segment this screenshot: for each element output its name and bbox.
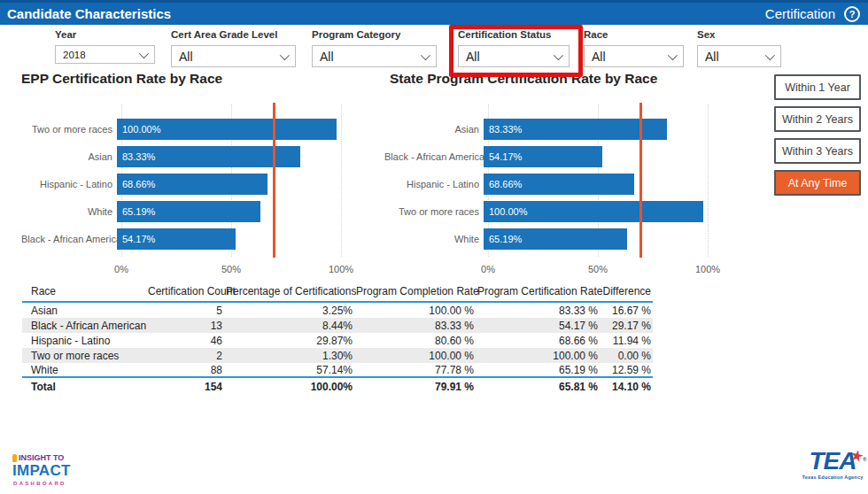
- axis-tick-label: 0%: [481, 264, 495, 274]
- bar-track: 54.17%: [117, 228, 337, 250]
- bar[interactable]: 100.00%: [484, 201, 703, 222]
- filter-certification-status-label: Certification Status: [458, 29, 570, 40]
- program-category-dropdown[interactable]: All: [312, 45, 437, 67]
- chevron-down-icon: [668, 50, 678, 59]
- bar-data-label: 54.17%: [484, 151, 522, 162]
- within-3-years-button[interactable]: Within 3 Years: [774, 138, 861, 164]
- section-label: Certification: [765, 6, 835, 21]
- bar[interactable]: 68.66%: [117, 174, 267, 195]
- certification-status-value: All: [466, 50, 480, 64]
- sex-dropdown[interactable]: All: [697, 45, 781, 67]
- bar-track: 65.19%: [117, 201, 337, 222]
- year-dropdown[interactable]: 2018: [55, 45, 155, 64]
- chart-row: Asian83.33%: [384, 115, 721, 143]
- total-value-cell: 14.10 %: [600, 381, 653, 393]
- chevron-down-icon: [421, 50, 430, 59]
- cert-area-grade-level-dropdown[interactable]: All: [171, 45, 296, 67]
- category-label: Asian: [21, 151, 117, 162]
- column-header[interactable]: Race: [22, 285, 146, 297]
- value-cell: 77.78 %: [354, 364, 476, 376]
- category-label: Asian: [384, 124, 484, 135]
- tea-logo: TEA ★ ® Texas Education Agency: [798, 449, 867, 480]
- table-row[interactable]: Two or more races21.30%100.00 %100.00 %0…: [22, 348, 653, 363]
- value-cell: 83.33 %: [354, 320, 476, 332]
- x-axis: 0%50%100%: [488, 264, 708, 276]
- race-dropdown[interactable]: All: [584, 45, 684, 67]
- table-row[interactable]: Asian53.25%100.00 %83.33 %16.67 %: [22, 303, 653, 318]
- bar[interactable]: 65.19%: [117, 201, 260, 222]
- chart-row: Hispanic - Latino68.66%: [384, 170, 721, 197]
- category-label: White: [21, 206, 117, 217]
- bar-track: 100.00%: [484, 201, 703, 222]
- bar-track: 83.33%: [484, 119, 703, 140]
- value-cell: 57.14%: [224, 364, 354, 376]
- title-bar: Candidate Characteristics Certification …: [0, 0, 868, 25]
- bar-track: 100.00%: [117, 119, 337, 140]
- race-value: All: [592, 50, 606, 64]
- filter-cert-area-grade-level: Cert Area Grade Level All: [171, 29, 296, 67]
- table-total-row: Total154100.00%79.91 %65.81 %14.10 %: [22, 378, 653, 396]
- value-cell: 5: [146, 305, 224, 317]
- table-row[interactable]: Black - African American138.44%83.33 %54…: [22, 318, 653, 333]
- within-2-years-button[interactable]: Within 2 Years: [774, 106, 861, 132]
- column-header[interactable]: Difference: [600, 285, 653, 297]
- table-row[interactable]: White8857.14%77.78 %65.19 %12.59 %: [22, 363, 653, 378]
- value-cell: 83.33 %: [476, 305, 600, 317]
- chart-row: Black - African American54.17%: [384, 143, 721, 170]
- total-value-cell: 65.81 %: [476, 381, 600, 393]
- state-chart-title: State Program Certification Rate by Race: [390, 71, 657, 87]
- value-cell: 16.67 %: [600, 305, 653, 317]
- column-header[interactable]: Program Completion Rate: [354, 285, 476, 297]
- column-header[interactable]: Program Certification Rate: [476, 285, 600, 297]
- certification-status-dropdown[interactable]: All: [458, 45, 570, 67]
- within-1-year-button[interactable]: Within 1 Year: [774, 74, 861, 100]
- value-cell: 54.17 %: [476, 320, 600, 332]
- column-header[interactable]: Percentage of Certifications: [224, 285, 354, 297]
- insight-logo-line1: INSIGHT TO: [19, 454, 64, 462]
- bar-track: 68.66%: [484, 174, 703, 195]
- category-label: Hispanic - Latino: [384, 179, 484, 189]
- bar[interactable]: 54.17%: [117, 228, 236, 250]
- bar[interactable]: 68.66%: [484, 174, 634, 195]
- axis-tick-label: 100%: [329, 264, 353, 274]
- epp-certification-rate-chart: Two or more races100.00%Asian83.33%Hispa…: [21, 99, 358, 281]
- filter-sex: Sex All: [697, 29, 781, 67]
- bar[interactable]: 100.00%: [117, 119, 337, 140]
- value-cell: 8.44%: [224, 320, 354, 332]
- category-label: Black - African American: [384, 151, 484, 162]
- page-title: Candidate Characteristics: [0, 6, 171, 21]
- value-cell: 100.00 %: [476, 350, 600, 362]
- at-any-time-button[interactable]: At Any Time: [774, 170, 861, 196]
- tea-subtitle: Texas Education Agency: [798, 475, 867, 480]
- bar-data-label: 100.00%: [117, 124, 160, 135]
- bar-data-label: 65.19%: [484, 234, 522, 244]
- value-cell: 1.30%: [224, 350, 354, 362]
- chart-row: Two or more races100.00%: [21, 115, 358, 143]
- bar-track: 68.66%: [117, 174, 337, 195]
- total-value-cell: 154: [146, 381, 224, 393]
- insight-logo-line2: IMPACT: [12, 463, 71, 478]
- filter-certification-status: Certification Status All: [458, 29, 570, 67]
- lightbulb-icon: [12, 454, 17, 462]
- program-category-value: All: [320, 50, 334, 64]
- filter-program-category-label: Program Category: [312, 29, 437, 40]
- value-cell: 12.59 %: [600, 364, 653, 376]
- table-row[interactable]: Hispanic - Latino4629.87%80.60 %68.66 %1…: [22, 333, 653, 348]
- bar[interactable]: 65.19%: [484, 228, 627, 250]
- category-label: Black - African American: [21, 234, 117, 244]
- value-cell: 100.00 %: [354, 305, 476, 317]
- column-header[interactable]: Certification Count: [146, 285, 224, 297]
- filter-sex-label: Sex: [697, 29, 781, 40]
- total-label-cell: Total: [22, 381, 146, 393]
- help-icon[interactable]: ?: [844, 6, 860, 22]
- bar-data-label: 68.66%: [484, 179, 522, 189]
- reference-line: [273, 103, 275, 258]
- axis-tick-label: 100%: [695, 264, 720, 274]
- value-cell: 68.66 %: [476, 335, 600, 347]
- bar[interactable]: 54.17%: [484, 146, 602, 167]
- bar-track: 65.19%: [484, 228, 703, 250]
- cert-area-value: All: [179, 50, 193, 64]
- table-header-row: RaceCertification CountPercentage of Cer…: [22, 282, 653, 303]
- filter-year-label: Year: [55, 29, 155, 40]
- bar-data-label: 68.66%: [117, 179, 155, 189]
